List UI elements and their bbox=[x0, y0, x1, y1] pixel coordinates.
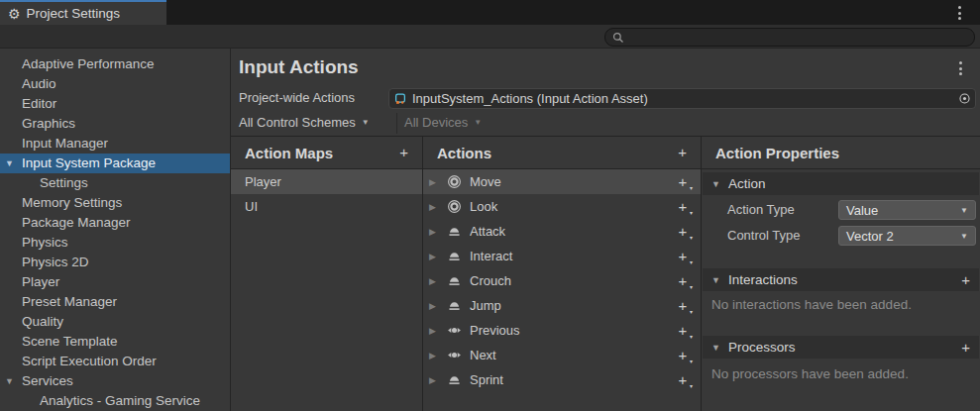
action-maps-header: Action Maps + bbox=[231, 137, 422, 169]
sidebar-item-label: Player bbox=[22, 274, 59, 289]
search-field[interactable] bbox=[604, 28, 975, 47]
search-input[interactable] bbox=[629, 31, 967, 45]
stick-icon bbox=[447, 199, 462, 214]
foldout-open-icon[interactable]: ▼ bbox=[5, 371, 14, 391]
disclosure-triangle-icon[interactable]: ▶ bbox=[429, 227, 439, 237]
add-interaction-button[interactable]: + bbox=[961, 272, 970, 287]
disclosure-triangle-icon[interactable]: ▶ bbox=[429, 301, 439, 311]
sidebar-item-label: Script Execution Order bbox=[22, 354, 157, 368]
action-properties-header: Action Properties bbox=[702, 137, 980, 169]
sidebar-item-label: Physics 2D bbox=[22, 255, 89, 269]
add-binding-button[interactable]: +▾ bbox=[675, 198, 691, 215]
page-title: Input Actions bbox=[239, 56, 359, 78]
object-picker-icon[interactable] bbox=[958, 92, 971, 105]
sidebar-item-preset-manager[interactable]: ▼Preset Manager bbox=[0, 292, 230, 312]
disclosure-triangle-icon[interactable]: ▶ bbox=[429, 177, 439, 187]
axis-icon bbox=[447, 348, 462, 362]
sidebar-item-label: Services bbox=[22, 373, 73, 388]
toolbar-separator bbox=[396, 113, 397, 134]
sidebar-item-physics[interactable]: ▼Physics bbox=[0, 233, 230, 253]
disclosure-triangle-icon[interactable]: ▶ bbox=[429, 202, 439, 212]
disclosure-triangle-icon[interactable]: ▶ bbox=[429, 252, 439, 261]
action-type-dropdown[interactable]: Value ▼ bbox=[838, 200, 976, 220]
actions-panel: Actions + ▶ Move+▾▶ Look+▾▶ Attack+▾▶ In… bbox=[423, 137, 702, 411]
add-binding-button[interactable]: +▾ bbox=[675, 371, 691, 388]
control-type-dropdown[interactable]: Vector 2 ▼ bbox=[838, 226, 976, 246]
action-row-next[interactable]: ▶ Next+▾ bbox=[423, 343, 701, 367]
action-label: Look bbox=[470, 199, 667, 214]
action-foldout[interactable]: ▼ Action bbox=[703, 172, 979, 195]
project-wide-actions-row: Project-wide Actions InputSystem_Actions… bbox=[231, 87, 980, 111]
foldout-open-icon[interactable]: ▼ bbox=[5, 154, 14, 173]
disclosure-triangle-icon[interactable]: ▶ bbox=[429, 276, 439, 286]
sidebar-item-editor[interactable]: ▼Editor bbox=[0, 94, 230, 114]
disclosure-triangle-icon[interactable]: ▶ bbox=[429, 326, 439, 336]
sidebar-item-settings[interactable]: ▼Settings bbox=[0, 173, 230, 193]
sidebar-item-input-system-package[interactable]: ▼Input System Package bbox=[0, 154, 230, 173]
sidebar-item-analytics-gaming-service[interactable]: ▼Analytics - Gaming Service bbox=[0, 391, 230, 411]
sidebar-item-label: Input System Package bbox=[22, 155, 156, 170]
control-schemes-dropdown[interactable]: All Control Schemes ▼ bbox=[239, 115, 370, 130]
action-row-previous[interactable]: ▶ Previous+▾ bbox=[423, 318, 701, 343]
processors-foldout[interactable]: ▼ Processors + bbox=[703, 336, 979, 359]
sidebar-item-quality[interactable]: ▼Quality bbox=[0, 312, 230, 332]
sidebar-item-input-manager[interactable]: ▼Input Manager bbox=[0, 134, 230, 154]
add-binding-button[interactable]: +▾ bbox=[675, 248, 691, 264]
sidebar-item-package-manager[interactable]: ▼Package Manager bbox=[0, 213, 230, 233]
sidebar-item-label: Scene Template bbox=[22, 334, 118, 349]
add-binding-button[interactable]: +▾ bbox=[675, 272, 691, 289]
interactions-foldout[interactable]: ▼ Interactions + bbox=[703, 268, 979, 291]
add-action-button[interactable]: + bbox=[678, 145, 687, 159]
sidebar-item-audio[interactable]: ▼Audio bbox=[0, 74, 230, 94]
action-row-jump[interactable]: ▶ Jump+▾ bbox=[423, 293, 701, 318]
sidebar-item-scene-template[interactable]: ▼Scene Template bbox=[0, 332, 230, 352]
action-row-look[interactable]: ▶ Look+▾ bbox=[423, 194, 701, 219]
sidebar-item-label: Audio bbox=[22, 76, 56, 91]
sidebar-item-graphics[interactable]: ▼Graphics bbox=[0, 114, 230, 134]
project-settings-window: ⚙ Project Settings ▼Adaptive Performance… bbox=[0, 0, 980, 411]
action-row-attack[interactable]: ▶ Attack+▾ bbox=[423, 219, 701, 244]
sidebar-item-label: Adaptive Performance bbox=[22, 56, 155, 71]
action-row-move[interactable]: ▶ Move+▾ bbox=[423, 169, 701, 194]
add-binding-button[interactable]: +▾ bbox=[675, 173, 691, 190]
input-action-asset-field[interactable]: InputSystem_Actions (Input Action Asset) bbox=[388, 88, 976, 109]
sidebar-item-services[interactable]: ▼Services bbox=[0, 371, 230, 391]
button-icon bbox=[447, 249, 462, 263]
window-menu-kebab-icon[interactable] bbox=[958, 6, 961, 20]
action-label: Attack bbox=[470, 224, 667, 239]
action-map-row-player[interactable]: Player bbox=[231, 169, 422, 194]
sidebar-item-label: Input Manager bbox=[22, 136, 108, 151]
gear-icon: ⚙ bbox=[8, 7, 21, 21]
button-icon bbox=[447, 224, 462, 239]
add-binding-button[interactable]: +▾ bbox=[675, 322, 691, 339]
add-binding-button[interactable]: +▾ bbox=[675, 223, 691, 240]
action-row-sprint[interactable]: ▶ Sprint+▾ bbox=[423, 367, 701, 392]
action-maps-panel: Action Maps + PlayerUI bbox=[231, 137, 423, 411]
action-map-row-ui[interactable]: UI bbox=[231, 194, 422, 219]
action-row-crouch[interactable]: ▶ Crouch+▾ bbox=[423, 268, 701, 293]
page-menu-kebab-icon[interactable] bbox=[959, 61, 962, 75]
disclosure-triangle-icon[interactable]: ▶ bbox=[429, 351, 439, 360]
add-processor-button[interactable]: + bbox=[961, 340, 970, 355]
settings-sidebar: ▼Adaptive Performance▼Audio▼Editor▼Graph… bbox=[0, 49, 231, 411]
sidebar-item-label: Editor bbox=[22, 96, 56, 111]
sidebar-item-physics-2d[interactable]: ▼Physics 2D bbox=[0, 253, 230, 272]
tab-project-settings[interactable]: ⚙ Project Settings bbox=[0, 0, 166, 25]
page-header: Input Actions bbox=[231, 49, 980, 87]
add-binding-button[interactable]: +▾ bbox=[675, 347, 691, 363]
add-binding-button[interactable]: +▾ bbox=[675, 297, 691, 314]
sidebar-item-script-execution-order[interactable]: ▼Script Execution Order bbox=[0, 352, 230, 371]
disclosure-triangle-icon[interactable]: ▶ bbox=[429, 375, 439, 385]
button-icon bbox=[447, 298, 462, 313]
sidebar-item-adaptive-performance[interactable]: ▼Adaptive Performance bbox=[0, 54, 230, 74]
sidebar-item-player[interactable]: ▼Player bbox=[0, 272, 230, 292]
stick-icon bbox=[447, 199, 462, 214]
action-label: Previous bbox=[470, 323, 667, 338]
sidebar-item-memory-settings[interactable]: ▼Memory Settings bbox=[0, 193, 230, 213]
action-row-interact[interactable]: ▶ Interact+▾ bbox=[423, 244, 701, 268]
axis-icon bbox=[447, 323, 462, 338]
control-schemes-toolbar: All Control Schemes ▼ All Devices ▼ bbox=[231, 111, 980, 137]
button-icon bbox=[447, 249, 462, 263]
interactions-empty-message: No interactions have been added. bbox=[711, 297, 912, 312]
add-action-map-button[interactable]: + bbox=[399, 145, 408, 159]
